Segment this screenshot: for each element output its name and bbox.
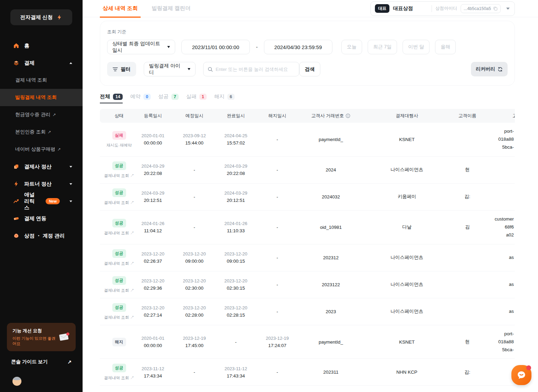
quick-range-this-year[interactable]: 올해 <box>435 40 456 54</box>
empty-dash: - <box>251 255 304 260</box>
status-tab-cancelled[interactable]: 해지 6 <box>214 93 235 103</box>
subnav-label: 현금영수증 관리 <box>15 112 50 118</box>
empty-dash: - <box>168 167 221 172</box>
table-row: 성공결제내역 조회 ↗2023-12-2002:26:372023-12-200… <box>100 244 515 271</box>
layers-icon <box>13 60 19 66</box>
date-text: 2023-12-19 <box>251 336 304 341</box>
merchant-txn-id: paymentId_ <box>304 325 358 359</box>
billing-table-wrap: 상태 등록일시 예정일시 완료일시 해지일시 고객사 거래번호 결제대행사 고 <box>100 109 515 392</box>
search-input[interactable] <box>216 67 295 72</box>
lightning-icon <box>13 181 19 187</box>
completed-datetime: 2023-12-2002:28:15 <box>221 298 251 325</box>
time-text: 20:12:51 <box>221 198 251 203</box>
sidebar-item-home[interactable]: 홈 <box>0 37 83 54</box>
time-text: 20:22:08 <box>221 171 251 176</box>
tab-detail-history[interactable]: 상세 내역 조회 <box>103 0 138 17</box>
quick-range-this-month[interactable]: 이번 달 <box>403 40 430 54</box>
registered-datetime: 2020-01-0100:00:00 <box>138 123 168 156</box>
recovery-button[interactable]: 리커버리 <box>471 62 508 76</box>
criteria-select[interactable]: 상태별 최종 업데이트 일시 <box>107 40 175 54</box>
table-row: 성공결제내역 조회 ↗2024-03-2920:22:08-2024-03-29… <box>100 156 515 183</box>
sidebar-item-store-account[interactable]: 상점 ・ 계정 관리 <box>0 227 83 244</box>
status-badge: 성공 <box>112 276 126 285</box>
user-avatar[interactable] <box>12 377 21 386</box>
date-text: 2024-01-26 <box>138 221 168 226</box>
status-tab-failed[interactable]: 실패 1 <box>186 93 207 103</box>
status-tab-label: 성공 <box>158 93 169 100</box>
payment-detail-link[interactable]: 결제내역 조회 ↗ <box>100 315 138 320</box>
status-cell: 성공결제내역 조회 ↗ <box>100 244 138 271</box>
time-text: 20:22:08 <box>138 171 168 176</box>
sidebar-item-billing-history[interactable]: 빌링결제 내역 조회 <box>0 89 83 106</box>
feature-request-card[interactable]: 기능 개선 요청 이런 기능이 있으면 좋겠어요 <box>7 323 76 351</box>
subnav-label: 결제 내역 조회 <box>15 77 47 83</box>
sidebar-item-naver-review[interactable]: 네이버 상품구매평 ↗ <box>0 141 83 158</box>
completed-datetime: - <box>221 386 251 392</box>
epayment-apply-button[interactable]: 전자결제 신청 <box>10 9 72 25</box>
status-tab-scheduled[interactable]: 예약 0 <box>130 93 151 103</box>
time-text: 15:44:00 <box>168 140 221 146</box>
sidebar-group-payment[interactable]: 결제 <box>0 54 83 72</box>
date-text: 2024-01-26 <box>221 221 251 226</box>
chat-widget-button[interactable] <box>511 365 531 385</box>
customer-name <box>456 123 479 156</box>
date-to-input[interactable]: 2024/04/30 23:59:59 <box>264 40 332 54</box>
payment-detail-link[interactable]: 결제내역 조회 ↗ <box>100 231 138 236</box>
sidebar-item-payment-history[interactable]: 결제 내역 조회 <box>0 72 83 89</box>
payment-detail-link[interactable]: 결제내역 조회 ↗ <box>100 375 138 381</box>
pg-provider: 다날 <box>358 210 456 244</box>
customer-id: as <box>479 298 515 325</box>
console-guide-link[interactable]: 콘솔 가이드 보기 ↗ <box>7 359 76 365</box>
quick-range-7days[interactable]: 최근 7일 <box>368 40 397 54</box>
payment-detail-link[interactable]: 결제내역 조회 ↗ <box>100 200 138 205</box>
console-guide-label: 콘솔 가이드 보기 <box>11 359 48 365</box>
subnav-label: 빌링결제 내역 조회 <box>15 94 57 101</box>
payment-detail-link[interactable]: 결제내역 조회 ↗ <box>100 261 138 266</box>
col-cancelled-at: 해지일시 <box>251 109 304 123</box>
status-tab-success[interactable]: 성공 7 <box>158 93 179 103</box>
sidebar-item-identity-verification[interactable]: 본인인증 조회 ↗ <box>0 123 83 141</box>
status-badge: 성공 <box>112 364 126 372</box>
date-text: 2023-12-20 <box>138 251 168 256</box>
status-badge: 실패 <box>112 131 126 140</box>
quick-range-today[interactable]: 오늘 <box>341 40 362 54</box>
merchant-txn-id: 202311 <box>304 359 358 386</box>
date-text: 2023-12-20 <box>138 305 168 310</box>
sidebar-group-partner-settlement[interactable]: 파트너 정산 <box>0 175 83 193</box>
payment-detail-link[interactable]: 결제내역 조회 ↗ <box>100 288 138 293</box>
col-completed-at: 완료일시 <box>221 109 251 123</box>
time-text: 09:00:15 <box>221 259 251 264</box>
cards-icon <box>13 215 19 222</box>
date-from-input[interactable]: 2023/11/01 00:00:00 <box>181 40 250 54</box>
store-icon <box>13 233 19 239</box>
filter-row-search: 필터 빌링결제 아이디 검색 리커버리 <box>107 62 508 76</box>
refresh-icon <box>498 67 503 72</box>
cancelled-datetime: - <box>251 123 304 156</box>
status-tab-label: 전체 <box>100 93 110 100</box>
search-field-select[interactable]: 빌링결제 아이디 <box>144 62 196 76</box>
store-id-pill[interactable]: ...4b5ca150a5 <box>461 4 501 13</box>
status-badge: 성공 <box>112 249 126 258</box>
filter-button[interactable]: 필터 <box>107 62 136 76</box>
payment-detail-link[interactable]: 결제내역 조회 ↗ <box>100 173 138 178</box>
table-row: 성공결제내역 조회 ↗2024-01-2611:04:12-2024-01-26… <box>100 210 515 244</box>
completed-datetime: - <box>221 325 251 359</box>
tab-billing-calendar[interactable]: 빌링결제 캘린더 <box>152 0 191 17</box>
sidebar-item-payment-integration[interactable]: 결제 연동 <box>0 210 83 227</box>
status-tab-all[interactable]: 전체 14 <box>100 93 123 103</box>
sidebar-item-cash-receipt[interactable]: 현금영수증 관리 ↗ <box>0 106 83 123</box>
empty-dash: - <box>168 370 221 375</box>
info-icon[interactable] <box>346 113 350 118</box>
time-text: 02:30:15 <box>221 286 251 291</box>
sidebar-group-analytics[interactable]: 애널리틱스 New <box>0 193 83 210</box>
scheduled-datetime: 2023-12-2002:28:00 <box>168 298 221 325</box>
store-selector[interactable]: 대표 대표상점 상점아이디 ...4b5ca150a5 <box>370 1 515 16</box>
search-button[interactable]: 검색 <box>299 62 320 76</box>
sidebar-item-label: 결제 연동 <box>24 215 46 222</box>
status-count-badge: 6 <box>227 94 235 100</box>
cancelled-datetime: - <box>251 359 304 386</box>
customer-name: 현 <box>456 156 479 183</box>
sidebar-group-pg-settlement[interactable]: 결제사 정산 <box>0 158 83 175</box>
table-row: 성공결제내역 조회 ↗2023-12-2002:29:362023-12-200… <box>100 271 515 298</box>
customer-name: 김 <box>456 210 479 244</box>
